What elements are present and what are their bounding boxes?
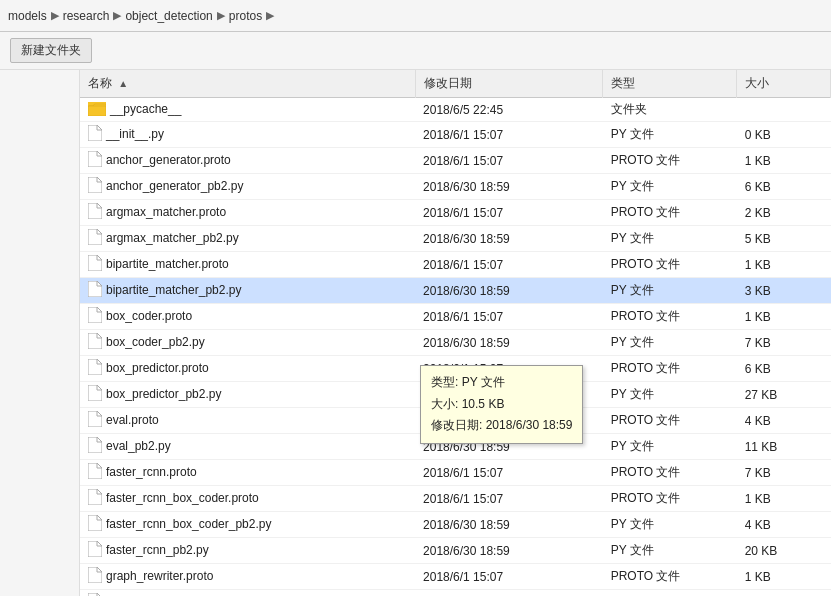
file-name-text: graph_rewriter.proto xyxy=(106,569,213,583)
file-list-container[interactable]: 名称 ▲ 修改日期 类型 大小 __pycache__2018/6/5 22:4… xyxy=(80,70,831,596)
file-name-cell: faster_rcnn_box_coder.proto xyxy=(80,486,415,512)
file-icon xyxy=(88,489,102,508)
file-icon xyxy=(88,229,102,248)
file-name-cell: graph_rewriter_pb2.py xyxy=(80,590,415,597)
file-icon xyxy=(88,541,102,560)
file-name-text: eval.proto xyxy=(106,413,159,427)
file-name-cell: argmax_matcher.proto xyxy=(80,200,415,226)
col-header-name[interactable]: 名称 ▲ xyxy=(80,70,415,98)
breadcrumb-research[interactable]: research xyxy=(63,9,110,23)
svg-marker-3 xyxy=(88,151,102,167)
breadcrumb-sep-2: ▶ xyxy=(113,9,121,22)
file-name-cell: eval_pb2.py xyxy=(80,434,415,460)
file-size-cell: 1 KB xyxy=(737,304,831,330)
file-type-cell: 文件夹 xyxy=(603,98,737,122)
file-date-cell: 2018/6/1 15:07 xyxy=(415,460,603,486)
file-name-text: eval_pb2.py xyxy=(106,439,171,453)
svg-marker-19 xyxy=(88,567,102,583)
file-name-cell: argmax_matcher_pb2.py xyxy=(80,226,415,252)
tooltip-type-label: 类型: xyxy=(431,375,458,389)
file-date-cell: 2018/6/30 18:59 xyxy=(415,538,603,564)
main-area: 名称 ▲ 修改日期 类型 大小 __pycache__2018/6/5 22:4… xyxy=(0,70,831,596)
table-row[interactable]: __init__.py2018/6/1 15:07PY 文件0 KB xyxy=(80,122,831,148)
table-row[interactable]: anchor_generator.proto2018/6/1 15:07PROT… xyxy=(80,148,831,174)
tooltip-size-label: 大小: xyxy=(431,397,458,411)
file-date-cell: 2018/6/30 18:59 xyxy=(415,226,603,252)
table-row[interactable]: anchor_generator_pb2.py2018/6/30 18:59PY… xyxy=(80,174,831,200)
tooltip-date-row: 修改日期: 2018/6/30 18:59 xyxy=(431,415,572,437)
file-name-cell: __pycache__ xyxy=(80,98,415,122)
file-name-text: anchor_generator.proto xyxy=(106,153,231,167)
col-header-size[interactable]: 大小 xyxy=(737,70,831,98)
breadcrumb-protos[interactable]: protos xyxy=(229,9,262,23)
table-row[interactable]: graph_rewriter.proto2018/6/1 15:07PROTO … xyxy=(80,564,831,590)
svg-marker-6 xyxy=(88,229,102,245)
table-row[interactable]: faster_rcnn_box_coder_pb2.py2018/6/30 18… xyxy=(80,512,831,538)
file-icon xyxy=(88,567,102,586)
svg-marker-10 xyxy=(88,333,102,349)
file-date-cell: 2018/6/30 18:59 xyxy=(415,590,603,597)
file-size-cell: 4 KB xyxy=(737,408,831,434)
file-table: 名称 ▲ 修改日期 类型 大小 __pycache__2018/6/5 22:4… xyxy=(80,70,831,596)
tooltip-type-value: PY 文件 xyxy=(462,375,505,389)
breadcrumb-object-detection[interactable]: object_detection xyxy=(125,9,212,23)
file-name-text: __init__.py xyxy=(106,127,164,141)
table-row[interactable]: argmax_matcher.proto2018/6/1 15:07PROTO … xyxy=(80,200,831,226)
file-type-cell: PROTO 文件 xyxy=(603,304,737,330)
file-icon xyxy=(88,307,102,326)
table-row[interactable]: faster_rcnn_pb2.py2018/6/30 18:59PY 文件20… xyxy=(80,538,831,564)
tooltip-date-label: 修改日期: xyxy=(431,418,482,432)
col-header-type[interactable]: 类型 xyxy=(603,70,737,98)
file-icon xyxy=(88,385,102,404)
file-date-cell: 2018/6/1 15:07 xyxy=(415,148,603,174)
file-name-text: argmax_matcher.proto xyxy=(106,205,226,219)
table-row[interactable]: __pycache__2018/6/5 22:45文件夹 xyxy=(80,98,831,122)
file-type-cell: PROTO 文件 xyxy=(603,460,737,486)
file-size-cell: 6 KB xyxy=(737,174,831,200)
svg-marker-2 xyxy=(88,125,102,141)
table-row[interactable]: bipartite_matcher_pb2.py2018/6/30 18:59P… xyxy=(80,278,831,304)
table-row[interactable]: box_coder.proto2018/6/1 15:07PROTO 文件1 K… xyxy=(80,304,831,330)
file-date-cell: 2018/6/30 18:59 xyxy=(415,174,603,200)
table-row[interactable]: graph_rewriter_pb2.py2018/6/30 18:59PY 文… xyxy=(80,590,831,597)
file-date-cell: 2018/6/1 15:07 xyxy=(415,252,603,278)
file-size-cell: 7 KB xyxy=(737,330,831,356)
file-size-cell: 11 KB xyxy=(737,434,831,460)
tooltip-type-row: 类型: PY 文件 xyxy=(431,372,572,394)
svg-marker-18 xyxy=(88,541,102,557)
file-name-text: bipartite_matcher.proto xyxy=(106,257,229,271)
tooltip-size-row: 大小: 10.5 KB xyxy=(431,394,572,416)
file-type-cell: PROTO 文件 xyxy=(603,564,737,590)
file-type-cell: PROTO 文件 xyxy=(603,408,737,434)
breadcrumb-models[interactable]: models xyxy=(8,9,47,23)
new-folder-button[interactable]: 新建文件夹 xyxy=(10,38,92,63)
file-icon xyxy=(88,333,102,352)
table-row[interactable]: faster_rcnn_box_coder.proto2018/6/1 15:0… xyxy=(80,486,831,512)
file-icon xyxy=(88,255,102,274)
file-size-cell: 6 KB xyxy=(737,356,831,382)
file-name-cell: eval.proto xyxy=(80,408,415,434)
file-size-cell: 5 KB xyxy=(737,590,831,597)
table-row[interactable]: faster_rcnn.proto2018/6/1 15:07PROTO 文件7… xyxy=(80,460,831,486)
file-date-cell: 2018/6/30 18:59 xyxy=(415,512,603,538)
table-row[interactable]: box_coder_pb2.py2018/6/30 18:59PY 文件7 KB xyxy=(80,330,831,356)
file-date-cell: 2018/6/5 22:45 xyxy=(415,98,603,122)
table-row[interactable]: bipartite_matcher.proto2018/6/1 15:07PRO… xyxy=(80,252,831,278)
file-size-cell: 3 KB xyxy=(737,278,831,304)
file-name-text: faster_rcnn_box_coder.proto xyxy=(106,491,259,505)
file-icon xyxy=(88,411,102,430)
file-icon xyxy=(88,463,102,482)
file-date-cell: 2018/6/1 15:07 xyxy=(415,200,603,226)
svg-marker-8 xyxy=(88,281,102,297)
file-name-cell: faster_rcnn_box_coder_pb2.py xyxy=(80,512,415,538)
svg-marker-9 xyxy=(88,307,102,323)
file-size-cell: 1 KB xyxy=(737,564,831,590)
file-size-cell: 27 KB xyxy=(737,382,831,408)
col-header-date[interactable]: 修改日期 xyxy=(415,70,603,98)
table-row[interactable]: argmax_matcher_pb2.py2018/6/30 18:59PY 文… xyxy=(80,226,831,252)
file-size-cell: 1 KB xyxy=(737,252,831,278)
file-icon xyxy=(88,177,102,196)
file-name-cell: box_coder.proto xyxy=(80,304,415,330)
file-name-cell: anchor_generator.proto xyxy=(80,148,415,174)
file-name-cell: bipartite_matcher.proto xyxy=(80,252,415,278)
